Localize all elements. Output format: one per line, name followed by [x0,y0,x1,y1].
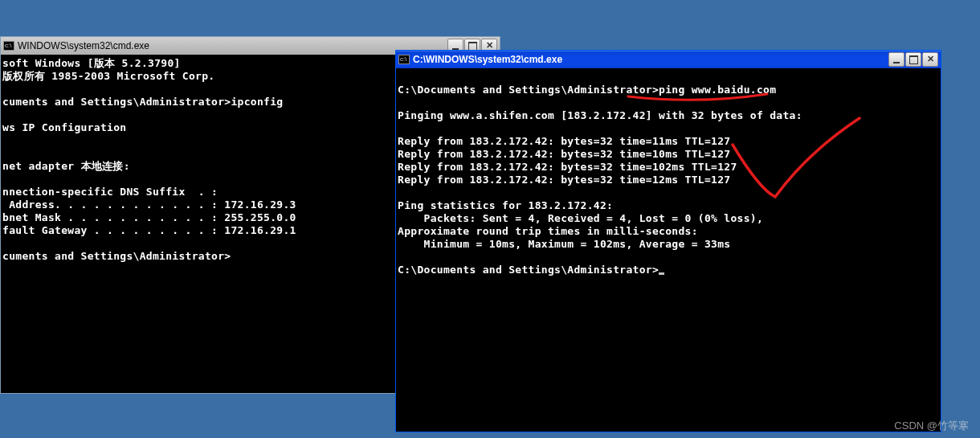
console-output: C:\Documents and Settings\Administrator>… [396,68,941,276]
window-title: C:\WINDOWS\system32\cmd.exe [413,54,888,65]
minimize-button[interactable] [888,52,904,67]
maximize-button[interactable] [905,52,921,67]
window-buttons [888,52,938,67]
cmd-icon: c:\ [398,55,410,64]
cmd-window-ping[interactable]: c:\ C:\WINDOWS\system32\cmd.exe C:\Docum… [395,50,941,432]
close-button[interactable] [922,52,938,67]
window-title: WINDOWS\system32\cmd.exe [18,40,447,51]
cmd-icon: c:\ [3,41,14,51]
titlebar[interactable]: c:\ C:\WINDOWS\system32\cmd.exe [396,51,941,68]
watermark: CSDN @竹等寒 [894,419,969,433]
